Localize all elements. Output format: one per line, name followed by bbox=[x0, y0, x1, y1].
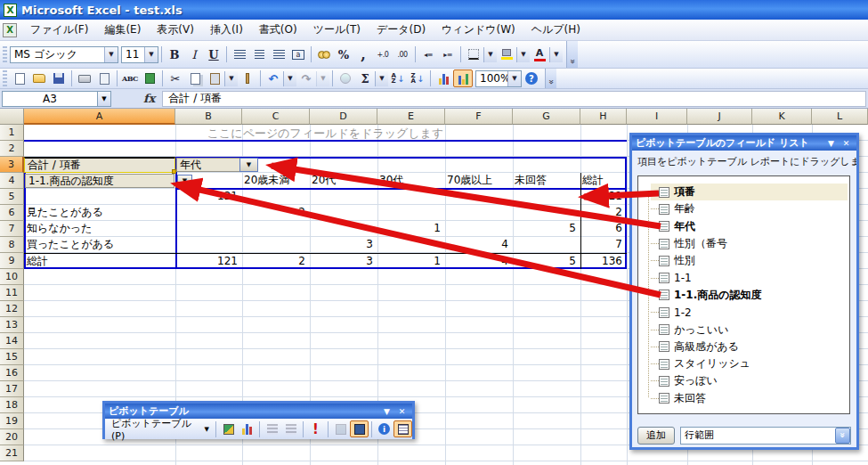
pivot-row-label[interactable]: 買ったことがある bbox=[27, 237, 114, 251]
row-header[interactable]: 6 bbox=[0, 205, 24, 221]
column-field-dropdown[interactable]: ▼ bbox=[239, 158, 258, 172]
decrease-indent-button[interactable]: ◂≡ bbox=[418, 45, 438, 63]
cut-button[interactable]: ✂ bbox=[166, 69, 185, 87]
add-to-button[interactable]: 追加 bbox=[637, 427, 675, 445]
row-header[interactable]: 3 bbox=[0, 157, 24, 173]
always-display-items-button[interactable] bbox=[350, 420, 369, 437]
increase-indent-button[interactable]: ▸≡ bbox=[438, 45, 458, 63]
field-list-item[interactable]: 高級感がある bbox=[651, 339, 848, 355]
format-painter-button[interactable] bbox=[238, 69, 257, 87]
row-header[interactable]: 21 bbox=[0, 445, 24, 461]
pivot-value[interactable]: 4 bbox=[446, 254, 511, 268]
field-list-item[interactable]: 性別 bbox=[651, 252, 848, 269]
chevron-down-icon[interactable]: ▼ bbox=[380, 405, 393, 417]
chevron-down-icon[interactable]: ▼ bbox=[483, 47, 497, 62]
close-icon[interactable]: ✕ bbox=[840, 137, 853, 149]
show-field-list-button[interactable] bbox=[393, 420, 412, 437]
borders-button[interactable] bbox=[464, 45, 483, 63]
align-left-button[interactable] bbox=[230, 45, 249, 63]
column-header[interactable]: C bbox=[242, 109, 310, 125]
pivot-data-field-button[interactable]: 合計 / 項番 bbox=[24, 157, 175, 173]
row-header[interactable]: 20 bbox=[0, 429, 24, 445]
name-box[interactable]: A3 bbox=[2, 91, 98, 107]
menu-item[interactable]: 表示(V) bbox=[149, 20, 202, 40]
pivot-col-header[interactable]: 20代 bbox=[312, 173, 336, 187]
pivot-value[interactable]: 5 bbox=[514, 254, 579, 268]
menu-item[interactable]: データ(D) bbox=[369, 20, 434, 40]
pivot-value[interactable]: 7 bbox=[581, 237, 625, 251]
merge-center-button[interactable]: a bbox=[288, 45, 308, 63]
pivot-value[interactable]: 121 bbox=[581, 189, 625, 203]
chevron-down-icon[interactable]: ▼ bbox=[316, 71, 329, 86]
pivot-col-header[interactable]: 未回答 bbox=[515, 173, 547, 187]
chevron-down-icon[interactable]: ▼ bbox=[224, 71, 238, 86]
percent-style-button[interactable]: % bbox=[334, 45, 353, 63]
refresh-data-button[interactable]: ! bbox=[306, 420, 325, 437]
pivot-column-field-button[interactable]: 年代 bbox=[176, 158, 240, 172]
redo-button[interactable]: ↷ bbox=[296, 69, 316, 87]
chevron-down-icon[interactable]: ▼ bbox=[516, 47, 530, 62]
pivot-value[interactable]: 3 bbox=[311, 254, 376, 268]
fill-color-button[interactable] bbox=[497, 45, 516, 63]
row-header[interactable]: 7 bbox=[0, 221, 24, 237]
column-header[interactable]: H bbox=[580, 109, 627, 125]
column-header[interactable]: F bbox=[445, 109, 513, 125]
pivot-value[interactable]: 4 bbox=[446, 237, 511, 251]
sort-descending-button[interactable]: ZA↓ bbox=[408, 69, 427, 87]
field-list-item[interactable]: 性別（番号 bbox=[651, 235, 848, 252]
research-button[interactable] bbox=[140, 69, 159, 87]
spelling-button[interactable]: ABC bbox=[120, 69, 140, 87]
column-header[interactable]: B bbox=[175, 109, 242, 125]
row-header[interactable]: 19 bbox=[0, 413, 24, 429]
row-header[interactable]: 9 bbox=[0, 253, 24, 269]
autosum-button[interactable]: Σ bbox=[355, 69, 375, 87]
field-list-item[interactable]: 項番 bbox=[651, 184, 848, 200]
pivot-value[interactable]: 6 bbox=[581, 221, 625, 235]
menu-item[interactable]: 編集(E) bbox=[96, 20, 149, 40]
select-all-corner[interactable] bbox=[0, 109, 24, 125]
area-select[interactable]: 行範囲 » bbox=[680, 427, 851, 445]
increase-decimal-button[interactable]: +.0 bbox=[373, 45, 393, 63]
paste-button[interactable] bbox=[205, 69, 224, 87]
bold-button[interactable]: B bbox=[165, 45, 184, 63]
italic-button[interactable]: I bbox=[184, 45, 204, 63]
field-list-item[interactable]: 1-1 bbox=[651, 269, 848, 286]
menu-item[interactable]: 挿入(I) bbox=[202, 20, 251, 40]
hide-detail-button[interactable] bbox=[263, 420, 281, 437]
pivot-report-button[interactable] bbox=[453, 69, 473, 87]
show-detail-button[interactable] bbox=[281, 420, 300, 437]
formula-input[interactable]: 合計 / 項番 bbox=[162, 91, 866, 107]
field-list-titlebar[interactable]: ピボットテーブルのフィールド リスト ▼ ✕ bbox=[632, 135, 856, 151]
field-list-item[interactable]: 年代 bbox=[651, 218, 848, 235]
field-list-item[interactable]: 1-2 bbox=[651, 304, 848, 321]
toolbar-options-button[interactable]: » bbox=[545, 69, 556, 88]
pivot-value[interactable]: 136 bbox=[581, 254, 625, 268]
pivot-row-label[interactable]: 知らなかった bbox=[27, 221, 92, 235]
open-button[interactable] bbox=[29, 69, 49, 87]
pivot-row-label[interactable]: 総計 bbox=[27, 254, 48, 268]
pivot-value[interactable]: 121 bbox=[176, 189, 240, 203]
row-header[interactable]: 11 bbox=[0, 285, 24, 301]
row-field-dropdown[interactable]: ▼ bbox=[177, 175, 192, 187]
column-header[interactable]: J bbox=[687, 109, 752, 125]
decrease-decimal-button[interactable]: .00 bbox=[393, 45, 412, 63]
pivot-value[interactable]: 5 bbox=[514, 221, 579, 235]
sort-ascending-button[interactable]: AZ↓ bbox=[388, 69, 408, 87]
copy-button[interactable] bbox=[185, 69, 205, 87]
chevron-down-icon[interactable]: ▼ bbox=[144, 47, 158, 62]
toolbar-drag-handle[interactable] bbox=[3, 70, 7, 86]
menu-item[interactable]: ファイル(F) bbox=[22, 20, 96, 40]
row-header[interactable]: 13 bbox=[0, 317, 24, 333]
align-right-button[interactable] bbox=[269, 45, 288, 63]
pivot-menu-button[interactable]: ピボットテーブル(P)▼ bbox=[108, 420, 213, 437]
column-header[interactable]: I bbox=[627, 109, 687, 125]
column-header[interactable]: L bbox=[812, 109, 868, 125]
font-size-combo[interactable]: 11 ▼ bbox=[121, 46, 158, 63]
font-color-button[interactable]: A bbox=[530, 45, 549, 63]
row-header[interactable]: 16 bbox=[0, 365, 24, 381]
field-list-item[interactable]: 1-1.商品の認知度 bbox=[651, 287, 848, 304]
row-header[interactable]: 5 bbox=[0, 189, 24, 205]
pivot-row-field-button[interactable]: 1-1.商品の認知度 bbox=[25, 174, 174, 188]
pivot-col-header[interactable]: 20歳未満 bbox=[244, 173, 289, 187]
row-header[interactable]: 18 bbox=[0, 397, 24, 413]
